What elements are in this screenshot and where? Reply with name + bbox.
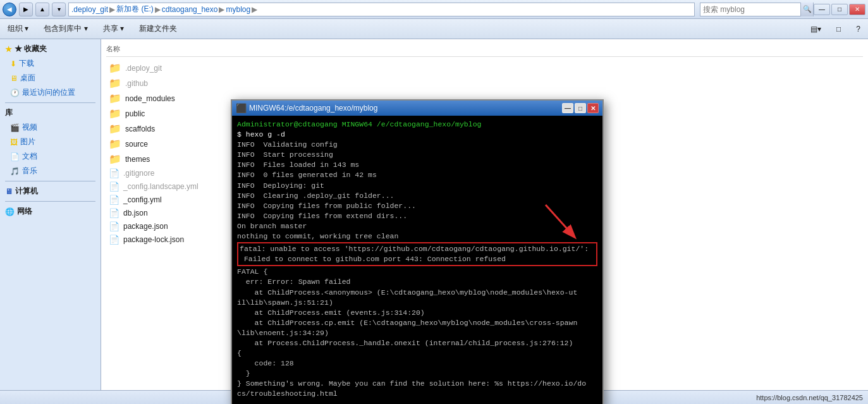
doc-icon-package: 📄 (109, 221, 119, 231)
music-icon: 🎵 (10, 167, 20, 176)
address-bar-area: ◀ ▶ ▲ ▾ .deploy_git ▶ 新加卷 (E:) ▶ cdtaoga… (3, 3, 814, 16)
term-line-26: cs/troubleshooting.html (237, 389, 597, 399)
term-line-19: at ChildProcess.cp.emit (E:\cdtaogang_he… (237, 318, 597, 328)
help-button[interactable]: ? (853, 23, 863, 35)
sidebar-item-desktop[interactable]: 🖥 桌面 (0, 71, 101, 85)
address-bar[interactable]: .deploy_git ▶ 新加卷 (E:) ▶ cdtaogang_hexo … (68, 3, 695, 16)
divider-1 (5, 102, 95, 103)
recent-icon: 🕐 (10, 89, 20, 97)
close-button[interactable]: ✕ (849, 4, 865, 15)
sidebar-item-download[interactable]: ⬇ 下载 (0, 56, 101, 71)
computer-icon: 🖥 (5, 187, 13, 196)
term-line-0: Administrator@cdtaogang MINGW64 /e/cdtao… (237, 119, 597, 130)
minimize-button[interactable]: — (814, 4, 830, 15)
network-label: 网络 (17, 206, 32, 217)
terminal-title: ⬛ MINGW64:/e/cdtaogang_hexo/myblog (236, 103, 377, 113)
forward-button[interactable]: ▶ (19, 3, 33, 16)
doc-icon-gitignore: 📄 (109, 168, 119, 178)
share-button[interactable]: 共享 ▾ (101, 22, 126, 35)
search-button[interactable]: 🔍 (800, 3, 813, 16)
pane-button[interactable]: □ (834, 23, 843, 35)
address-part-1[interactable]: 新加卷 (E:) (116, 4, 154, 15)
include-label: 包含到库中 ▾ (44, 23, 87, 34)
address-part-2[interactable]: cdtaogang_hexo (162, 5, 218, 14)
sidebar-item-documents[interactable]: 📄 文档 (0, 149, 101, 164)
term-line-23: code: 128 (237, 358, 597, 369)
new-folder-button[interactable]: 新建文件夹 (137, 22, 180, 35)
doc-icon-config-landscape: 📄 (109, 181, 119, 192)
toolbar: 组织 ▾ 包含到库中 ▾ 共享 ▾ 新建文件夹 ▤▾ □ ? (0, 19, 868, 39)
title-bar: ◀ ▶ ▲ ▾ .deploy_git ▶ 新加卷 (E:) ▶ cdtaoga… (0, 0, 868, 19)
term-line-6: INFO Deploying: git (237, 181, 597, 191)
organize-label: 组织 ▾ (8, 23, 28, 34)
favorites-header[interactable]: ★ ★ 收藏夹 (0, 42, 101, 56)
network-icon: 🌐 (5, 207, 15, 216)
term-line-14: FATAL { (237, 267, 597, 277)
download-icon: ⬇ (10, 59, 16, 68)
term-line-13: Failed to connect to github.com port 443… (240, 254, 595, 264)
library-section: 库 🎬 视频 🖼 图片 📄 文档 🎵 音乐 (0, 106, 101, 178)
sidebar-item-video[interactable]: 🎬 视频 (0, 120, 101, 135)
term-line-10: On branch master (237, 221, 597, 231)
search-input[interactable] (700, 5, 800, 14)
view-button[interactable]: ▤▾ (808, 23, 824, 35)
doc-icon-config: 📄 (109, 195, 119, 205)
sidebar: ★ ★ 收藏夹 ⬇ 下载 🖥 桌面 🕐 最近访问的位置 库 🎬 (0, 39, 101, 390)
file-name-package-lock: package-lock.json (123, 235, 184, 244)
folder-icon-node: 📁 (109, 92, 121, 104)
term-line-15: err: Error: Spawn failed (237, 277, 597, 287)
file-name-db: db.json (123, 209, 148, 217)
file-name-deploy-git: .deploy_git (125, 64, 162, 73)
file-item-github[interactable]: 📁 .github (106, 76, 863, 90)
divider-2 (5, 181, 95, 181)
recent-label: 最近访问的位置 (22, 87, 75, 98)
terminal-minimize-button[interactable]: — (562, 103, 573, 113)
term-line-8: INFO Copying files from public folder... (237, 201, 597, 211)
include-library-button[interactable]: 包含到库中 ▾ (41, 22, 90, 35)
new-folder-label: 新建文件夹 (139, 23, 177, 34)
sidebar-item-recent[interactable]: 🕐 最近访问的位置 (0, 85, 101, 100)
terminal-close-button[interactable]: ✕ (587, 103, 599, 113)
restore-button[interactable]: □ (831, 4, 848, 15)
documents-icon: 📄 (10, 152, 20, 161)
address-part-0[interactable]: .deploy_git (71, 5, 108, 14)
terminal-maximize-button[interactable]: □ (575, 103, 586, 113)
share-label: 共享 ▾ (103, 23, 124, 34)
file-name-github: .github (125, 79, 148, 88)
folder-icon-source: 📁 (109, 138, 121, 150)
library-header[interactable]: 库 (0, 106, 101, 120)
file-name-themes: themes (125, 155, 150, 164)
file-name-config: _config.yml (123, 195, 162, 204)
pane-label: □ (836, 25, 841, 34)
folder-icon-deploy: 📁 (109, 62, 121, 74)
up-button[interactable]: ▲ (35, 3, 49, 16)
music-label: 音乐 (22, 166, 37, 176)
file-name-source: source (125, 140, 148, 149)
network-header[interactable]: 🌐 网络 (0, 204, 101, 219)
term-line-21: at Process.ChildProcess._handle.onexit (… (237, 338, 597, 348)
download-label: 下载 (19, 58, 34, 69)
favorites-label: ★ 收藏夹 (15, 44, 47, 54)
pictures-icon: 🖼 (10, 138, 18, 147)
file-item-deploy-git[interactable]: 📁 .deploy_git (106, 61, 863, 75)
search-box[interactable]: 🔍 (700, 3, 814, 16)
term-line-18: at ChildProcess.emit (events.js:314:20) (237, 308, 597, 318)
computer-header[interactable]: 🖥 计算机 (0, 184, 101, 199)
help-label: ? (856, 25, 860, 34)
pictures-label: 图片 (20, 137, 35, 147)
file-name-node-modules: node_modules (125, 94, 175, 103)
terminal-controls: — □ ✕ (562, 103, 599, 113)
dropdown-button[interactable]: ▾ (52, 3, 66, 16)
term-line-16: at ChildProcess.<anonymous> (E:\cdtaogan… (237, 288, 597, 298)
term-line-25: } Something's wrong. Maybe you can find … (237, 379, 597, 389)
sidebar-item-music[interactable]: 🎵 音乐 (0, 164, 101, 178)
organize-button[interactable]: 组织 ▾ (5, 22, 31, 35)
file-name-gitignore: .gitignore (123, 169, 154, 178)
term-line-1: $ hexo g -d (237, 130, 597, 140)
sidebar-item-pictures[interactable]: 🖼 图片 (0, 135, 101, 149)
terminal-body[interactable]: Administrator@cdtaogang MINGW64 /e/cdtao… (232, 116, 602, 404)
desktop-icon: 🖥 (10, 74, 18, 83)
address-part-3[interactable]: myblog (226, 5, 250, 14)
back-button[interactable]: ◀ (3, 3, 16, 16)
term-line-3: INFO Start processing (237, 150, 597, 160)
